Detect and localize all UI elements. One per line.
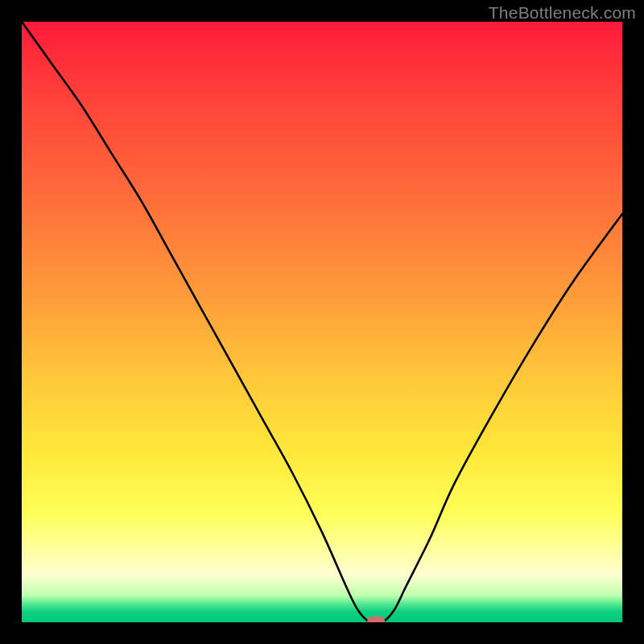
curve-line — [22, 22, 622, 622]
watermark-text: TheBottleneck.com — [489, 3, 636, 23]
bottleneck-curve — [22, 22, 622, 622]
chart-svg — [22, 22, 622, 622]
chart-frame: TheBottleneck.com — [0, 0, 644, 644]
plot-area — [22, 22, 622, 622]
marker-pill — [367, 617, 385, 622]
minimum-marker — [367, 617, 385, 622]
